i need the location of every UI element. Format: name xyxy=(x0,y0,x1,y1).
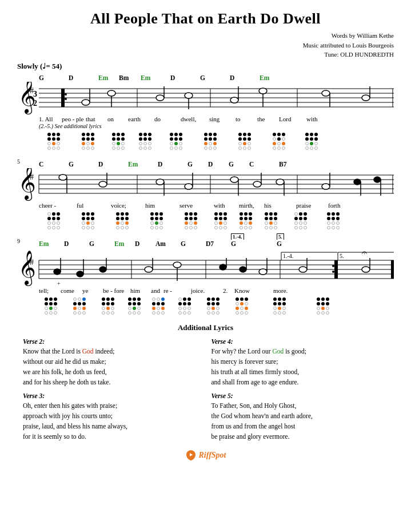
tempo-marking: Slowly (♩= 54) xyxy=(17,62,394,71)
lyrics-note: (2.-5.) See additional lyrics xyxy=(17,123,394,129)
lyric-6: do xyxy=(154,116,181,122)
svg-point-29 xyxy=(322,90,330,96)
svg-point-53 xyxy=(230,177,238,182)
svg-point-104 xyxy=(299,267,307,272)
svg-text:2: 2 xyxy=(33,99,37,108)
chord-D4: D xyxy=(98,161,128,168)
lyric-s2-4: him xyxy=(145,202,179,209)
lyric-12: with xyxy=(306,116,334,122)
lyric-5: earth xyxy=(128,116,154,122)
svg-point-57 xyxy=(276,179,284,185)
chord-D3: D xyxy=(230,74,260,81)
svg-point-90 xyxy=(77,271,83,277)
chord-D7s: D xyxy=(64,240,89,247)
lyric-s3-7: joice. xyxy=(191,287,223,294)
lyric-s2-5: serve xyxy=(179,202,214,209)
verses-grid: Verse 2: Know that the Lord is God indee… xyxy=(23,337,388,442)
svg-text:#: # xyxy=(30,86,34,95)
chord-D5: D xyxy=(158,161,187,168)
svg-point-84 xyxy=(332,265,334,267)
svg-point-61 xyxy=(354,179,361,185)
lyric-s2-10: forth xyxy=(328,202,357,209)
svg-point-49 xyxy=(156,179,164,185)
verse-4: Verse 4: For why? the Lord our God is go… xyxy=(212,337,389,388)
lyric-s2-6: with xyxy=(214,202,239,209)
chord-G6: G xyxy=(89,240,114,247)
svg-point-27 xyxy=(259,88,267,94)
riffspot-logo-icon xyxy=(185,449,197,462)
svg-text:𝄐: 𝄐 xyxy=(362,248,367,257)
svg-point-59 xyxy=(322,184,330,189)
music-credit: Music attributed to Louis Bourgeois xyxy=(17,41,394,50)
lyric-s2-7: mirth, xyxy=(239,202,264,209)
verse-5: Verse 5: To Father, Son, and Holy Ghost,… xyxy=(212,391,389,442)
additional-lyrics-title: Additional Lyrics xyxy=(23,323,388,332)
chord-C1: C xyxy=(39,161,69,168)
svg-point-106 xyxy=(362,267,370,272)
chord-G4: G xyxy=(187,161,208,168)
svg-point-17 xyxy=(82,100,90,105)
chord-G2: G xyxy=(200,74,230,81)
chord-D8: D xyxy=(135,240,155,247)
chord-G5: G xyxy=(229,161,249,168)
music-section-1: G D Em Bm Em D G D Em 𝄞 xyxy=(17,72,394,150)
lyric-9: to xyxy=(236,116,257,122)
svg-point-19 xyxy=(107,90,115,96)
verse-5-title: Verse 5: xyxy=(212,391,389,402)
svg-point-100 xyxy=(240,267,246,272)
chord-Em5: Em xyxy=(39,240,64,247)
lyric-s3-and: and xyxy=(151,287,163,294)
lyric-s3-9: Know xyxy=(234,287,273,294)
attribution: Words by William Kethe Music attributed … xyxy=(17,31,394,59)
svg-point-45 xyxy=(59,174,67,180)
staff-section-3: 𝄞 # 1.-4. 5. xyxy=(17,248,394,287)
chord-Am1: Am xyxy=(155,240,181,247)
verse-3-title: Verse 3: xyxy=(23,391,200,402)
verse-2: Verse 2: Know that the Lord is God indee… xyxy=(23,337,200,388)
lyric-8: sing xyxy=(209,116,236,122)
tune-credit: Tune: OLD HUNDREDTH xyxy=(17,50,394,59)
lyric-s3-8: 2. xyxy=(223,287,234,294)
lyric-s2-9: praise xyxy=(296,202,328,209)
chord-G7: G xyxy=(181,240,206,247)
verse-3: Verse 3: Oh, enter then his gates with p… xyxy=(23,391,200,442)
chord-diagrams-section3 xyxy=(17,297,394,315)
chord-Em4: Em xyxy=(128,161,158,168)
svg-text:1.-4.: 1.-4. xyxy=(283,253,293,259)
svg-point-98 xyxy=(220,264,226,270)
svg-text:5.: 5. xyxy=(340,253,344,259)
svg-point-25 xyxy=(230,97,238,103)
svg-point-11 xyxy=(65,93,67,96)
lyric-s3-3: ye xyxy=(82,287,103,294)
chord-D7x: D7 xyxy=(206,240,231,247)
svg-point-92 xyxy=(99,267,106,272)
svg-point-12 xyxy=(65,98,67,100)
svg-point-47 xyxy=(99,181,107,187)
chord-B71: B7 xyxy=(279,161,309,168)
chord-Em6: Em xyxy=(114,240,135,247)
section-number-5: 5 xyxy=(17,158,20,165)
music-section-3: 9 Em D G Em D Am G D7 1.-4. G 5. G xyxy=(17,238,394,315)
verse-2-text: Know that the Lord is God indeed; withou… xyxy=(23,347,200,387)
svg-point-51 xyxy=(185,184,193,189)
svg-point-23 xyxy=(185,93,193,98)
music-section-2: 5 C G D Em D G D G C B7 𝄞 # xyxy=(17,158,394,230)
lyric-10: the xyxy=(257,116,279,122)
lyric-s3-1: tell; xyxy=(39,287,61,294)
verse-2-title: Verse 2: xyxy=(23,337,200,347)
svg-text:#: # xyxy=(30,258,34,267)
lyric-3: that xyxy=(86,116,107,122)
chord-D2: D xyxy=(170,74,200,81)
verse-5-text: To Father, Son, and Holy Ghost, the God … xyxy=(212,401,389,442)
chord-Em3: Em xyxy=(260,74,289,81)
lyric-s2-3: voice; xyxy=(111,202,145,209)
svg-point-31 xyxy=(362,95,370,101)
lyric-s2-2: ful xyxy=(77,202,111,209)
lyric-s3-6: re - xyxy=(163,287,191,294)
chord-Bm1: Bm xyxy=(119,74,141,81)
svg-point-85 xyxy=(332,271,334,273)
chord-Em1: Em xyxy=(98,74,119,81)
chord-G-volta5: 5. G xyxy=(277,240,311,247)
chord-G-volta14: 1.-4. G xyxy=(231,240,277,247)
lyric-s3-10: more. xyxy=(273,287,311,294)
